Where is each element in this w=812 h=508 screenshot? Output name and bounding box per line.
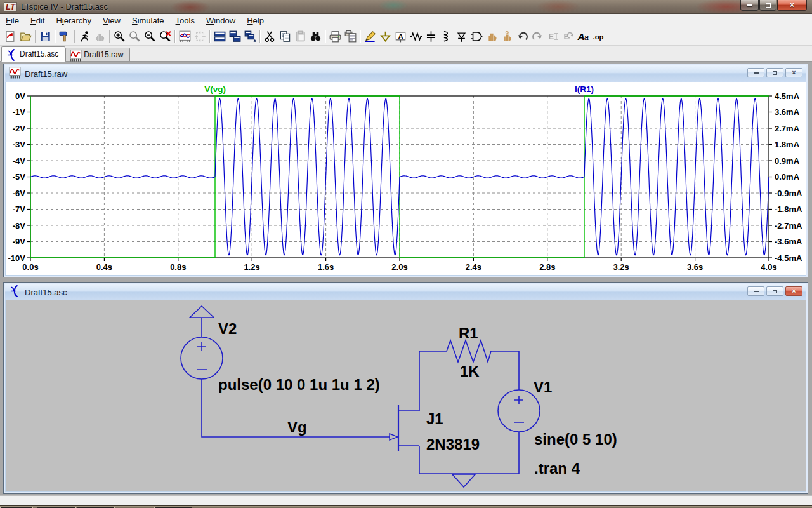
- zoom-in-icon[interactable]: [112, 29, 127, 44]
- tab-draft15.raw[interactable]: Draft15.raw: [65, 48, 130, 61]
- jfet-drain-source-leads[interactable]: [398, 411, 419, 446]
- place-ground-icon[interactable]: [377, 29, 393, 44]
- place-net-label-icon[interactable]: A: [393, 29, 408, 44]
- menu-bar: FileEditHierarchyViewSimulateToolsWindow…: [0, 14, 812, 27]
- schematic-canvas[interactable]: V2pulse(0 10 0 1u 1u 1 2)VgR11KJ12N3819V…: [6, 300, 806, 491]
- menu-item-hierarchy[interactable]: Hierarchy: [50, 15, 97, 27]
- resistor-r1[interactable]: [447, 340, 491, 362]
- window-titlebar: LT LTspice IV - Draft15.asc ×: [0, 0, 812, 14]
- windows-taskbar[interactable]: [0, 505, 812, 508]
- close-button[interactable]: ×: [777, 0, 807, 11]
- window-title: LTspice IV - Draft15.asc: [21, 2, 108, 11]
- schematic-window-titlebar[interactable]: Draft15.asc ×: [5, 284, 806, 300]
- y-right-tick-label: 4.5mA: [775, 91, 800, 101]
- place-resistor-icon[interactable]: [408, 29, 423, 44]
- autorange-y-icon[interactable]: [177, 29, 192, 44]
- toolbar-separator: [109, 30, 110, 43]
- print-icon[interactable]: [327, 29, 343, 44]
- tab-label: Draft15.raw: [84, 50, 123, 59]
- y-right-tick-label: 1.8mA: [775, 140, 800, 149]
- minimize-button[interactable]: [740, 0, 759, 11]
- ground-symbol-v2[interactable]: [190, 306, 214, 318]
- move-icon[interactable]: [484, 29, 499, 44]
- label-r1-value[interactable]: 1K: [460, 363, 480, 380]
- tile-vertical-icon[interactable]: [227, 29, 242, 44]
- find-icon[interactable]: [308, 29, 323, 44]
- mdi-area: Draft15.raw × 0V-1V-2V-3V-4V-5V-6V-7V-8V…: [0, 62, 812, 495]
- zoom-full-extents-icon[interactable]: [157, 29, 173, 44]
- jfet-gate-arrow[interactable]: [390, 434, 398, 440]
- minimize-icon: [754, 291, 759, 292]
- menu-item-edit[interactable]: Edit: [25, 15, 50, 27]
- waveform-window-titlebar[interactable]: Draft15.raw ×: [5, 65, 806, 82]
- menu-item-window[interactable]: Window: [200, 15, 241, 27]
- spice-directive-icon[interactable]: .op: [591, 29, 606, 44]
- menu-item-help[interactable]: Help: [241, 15, 270, 27]
- label-r1-name[interactable]: R1: [459, 324, 478, 342]
- label-v2-name[interactable]: V2: [218, 320, 237, 337]
- place-text-icon[interactable]: Aa: [575, 29, 591, 44]
- rotate-icon: E: [560, 29, 575, 44]
- place-component-icon[interactable]: [469, 29, 484, 44]
- schematic-icon: [9, 285, 21, 299]
- y-left-tick-label: -5V: [13, 172, 26, 182]
- label-j1-model[interactable]: 2N3819: [426, 436, 480, 453]
- label-v1-value[interactable]: sine(0 5 10): [534, 431, 617, 448]
- label-tran-directive[interactable]: .tran 4: [534, 460, 580, 477]
- v2-polarity-marks[interactable]: [197, 342, 207, 370]
- menu-item-file[interactable]: File: [0, 15, 25, 27]
- label-j1-name[interactable]: J1: [426, 410, 443, 427]
- save-icon[interactable]: [37, 29, 53, 44]
- tile-horizontal-icon[interactable]: [212, 29, 227, 44]
- waveform-close-button[interactable]: ×: [785, 68, 802, 77]
- ground-symbol-bottom[interactable]: [452, 474, 475, 487]
- x-tick-label: 1.2s: [244, 262, 260, 272]
- waveform-minimize-button[interactable]: [747, 68, 764, 77]
- label-net-vg[interactable]: Vg: [287, 418, 307, 436]
- place-capacitor-icon[interactable]: [423, 29, 438, 44]
- waveform-plot-area[interactable]: 0V-1V-2V-3V-4V-5V-6V-7V-8V-9V-10V4.5mA3.…: [6, 82, 806, 275]
- place-inductor-icon[interactable]: [438, 29, 454, 44]
- menu-item-simulate[interactable]: Simulate: [126, 15, 170, 27]
- undo-icon[interactable]: [514, 29, 530, 44]
- x-tick-label: 3.6s: [687, 262, 703, 272]
- schematic-restore-button[interactable]: [766, 286, 783, 296]
- cascade-windows-icon[interactable]: [242, 29, 258, 44]
- toolbar-separator: [174, 30, 175, 43]
- menu-item-view[interactable]: View: [97, 15, 126, 27]
- close-icon: ×: [792, 289, 796, 294]
- print-preview-icon[interactable]: [343, 29, 358, 44]
- place-diode-icon[interactable]: [454, 29, 469, 44]
- open-icon[interactable]: [18, 29, 33, 44]
- y-left-tick-label: -6V: [13, 189, 26, 198]
- waveform-restore-button[interactable]: [766, 68, 783, 77]
- copy-icon[interactable]: [277, 29, 292, 44]
- control-panel-icon[interactable]: [57, 29, 72, 44]
- zoom-out-icon[interactable]: [142, 29, 157, 44]
- restore-icon: [773, 71, 777, 75]
- new-schematic-icon[interactable]: [3, 29, 18, 44]
- y-right-tick-label: -4.5mA: [775, 253, 802, 263]
- restore-button[interactable]: [759, 0, 776, 11]
- draw-wire-icon[interactable]: [362, 29, 377, 44]
- minimize-icon: [747, 4, 752, 6]
- cut-icon[interactable]: [262, 29, 277, 44]
- label-v2-value[interactable]: pulse(0 10 0 1u 1u 1 2): [218, 376, 380, 393]
- toolbar-separator: [74, 30, 75, 43]
- toolbar-separator: [325, 30, 325, 43]
- y-left-tick-label: -1V: [13, 107, 26, 117]
- schematic-window: Draft15.asc × V2pulse(0 10 0 1u 1u 1 2)V…: [3, 282, 808, 494]
- y-left-tick-label: -9V: [13, 237, 26, 246]
- run-icon[interactable]: [77, 29, 92, 44]
- menu-item-tools[interactable]: Tools: [170, 15, 200, 27]
- v1-polarity-marks[interactable]: [514, 396, 524, 422]
- wire-drain-r1-v1[interactable]: [419, 351, 519, 411]
- schematic-close-button[interactable]: ×: [785, 286, 802, 296]
- label-v1-name[interactable]: V1: [534, 378, 552, 396]
- x-tick-label: 0.0s: [22, 262, 38, 272]
- schematic-minimize-button[interactable]: [747, 286, 764, 296]
- x-tick-label: 3.2s: [613, 262, 629, 272]
- tab-draft15.asc[interactable]: Draft15.asc: [1, 46, 65, 62]
- schematic-icon: [6, 49, 16, 60]
- drag-icon[interactable]: [499, 29, 514, 44]
